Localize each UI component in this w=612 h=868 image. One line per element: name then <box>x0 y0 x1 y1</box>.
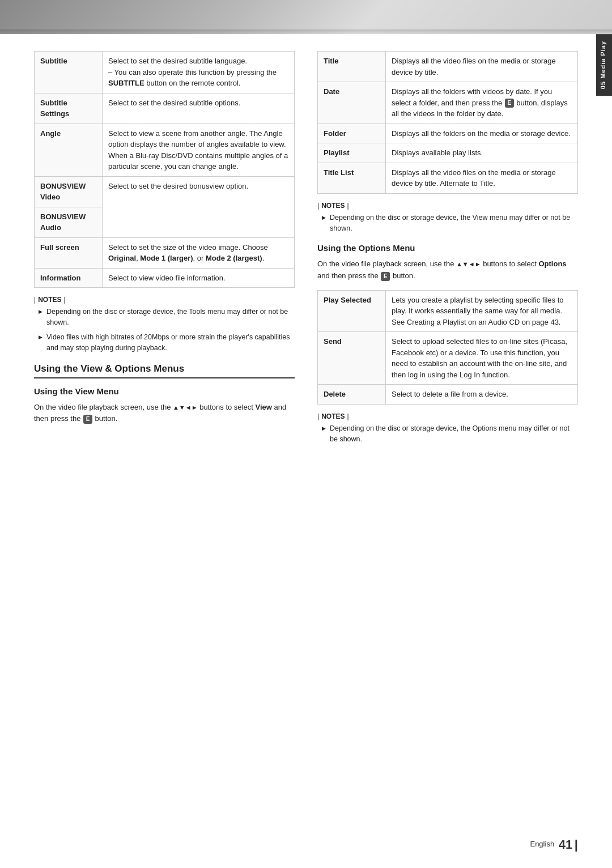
view-menu-subheading: Using the View Menu <box>34 386 295 396</box>
table-cell-label: BONUSVIEWAudio <box>35 207 103 237</box>
table-cell-content: Select to upload selected files to on-li… <box>386 332 578 385</box>
table-cell-label: Angle <box>35 124 103 176</box>
table-cell-label: Title <box>318 52 386 82</box>
table-row: Date Displays all the folders with video… <box>318 82 578 124</box>
left-column: Subtitle Select to set the desired subti… <box>34 51 295 454</box>
table-row: Full screen Select to set the size of th… <box>35 237 295 268</box>
main-two-col: Subtitle Select to set the desired subti… <box>34 51 578 454</box>
page-bar: | <box>575 837 578 852</box>
table-cell-content: Select to view a scene from another angl… <box>103 124 295 176</box>
arrow-icons: ▲▼◄► <box>173 403 198 410</box>
left-notes-box: NOTES Depending on the disc or storage d… <box>34 296 295 354</box>
table-cell-label: Delete <box>318 385 386 405</box>
view-options-heading: Using the View & Options Menus <box>34 363 295 378</box>
table-cell-label: Send <box>318 332 386 385</box>
table-cell-content: Displays all the video files on the medi… <box>386 52 578 82</box>
right-options-table: Play Selected Lets you create a playlist… <box>317 290 578 405</box>
table-cell-content: Select to set the size of the video imag… <box>103 237 295 268</box>
page-number: 41 <box>559 837 572 852</box>
table-cell-content: Select to delete a file from a device. <box>386 385 578 405</box>
table-cell-content: Select to view video file information. <box>103 268 295 288</box>
right-view-table: Title Displays all the video files on th… <box>317 51 578 194</box>
right-column: Title Displays all the video files on th… <box>317 51 578 454</box>
options-menu-body: On the video file playback screen, use t… <box>317 258 578 282</box>
right-notes-box-1: NOTES Depending on the disc or storage d… <box>317 202 578 235</box>
list-item: Video files with high bitrates of 20Mbps… <box>39 332 295 354</box>
table-cell-label: SubtitleSettings <box>35 93 103 124</box>
table-cell-label: Subtitle <box>35 52 103 93</box>
table-cell-label: Information <box>35 268 103 288</box>
table-cell-content: Lets you create a playlist by selecting … <box>386 290 578 332</box>
table-row: Title Displays all the video files on th… <box>318 52 578 82</box>
e-button-icon: E <box>505 99 514 108</box>
page-footer: English 41 | <box>530 837 578 852</box>
table-row: Angle Select to view a scene from anothe… <box>35 124 295 176</box>
arrow-icons: ▲▼◄► <box>456 261 481 267</box>
notes-header: NOTES <box>317 412 578 420</box>
table-row: SubtitleSettings Select to set the desir… <box>35 93 295 124</box>
table-row: Folder Displays all the folders on the m… <box>318 124 578 143</box>
top-decorative-bar <box>0 0 612 34</box>
table-cell-label: Full screen <box>35 237 103 268</box>
page-content: Subtitle Select to set the desired subti… <box>0 34 612 491</box>
table-cell-content: Select to set the desired bonusview opti… <box>103 176 295 237</box>
notes-list: Depending on the disc or storage device,… <box>34 307 295 354</box>
notes-list: Depending on the disc or storage device,… <box>317 423 578 445</box>
table-row: Delete Select to delete a file from a de… <box>318 385 578 405</box>
table-row: BONUSVIEWVideo Select to set the desired… <box>35 176 295 207</box>
table-cell-label: Play Selected <box>318 290 386 332</box>
table-cell-label: Playlist <box>318 143 386 163</box>
table-cell-content: Displays all the folders with videos by … <box>386 82 578 124</box>
table-cell-label: Folder <box>318 124 386 143</box>
table-cell-label: Title List <box>318 163 386 193</box>
table-cell-content: Displays available play lists. <box>386 143 578 163</box>
notes-header: NOTES <box>34 296 295 304</box>
list-item: Depending on the disc or storage device,… <box>39 307 295 329</box>
e-button-icon: E <box>381 272 390 281</box>
list-item: Depending on the disc or storage device,… <box>322 212 578 235</box>
table-cell-label: Date <box>318 82 386 124</box>
e-button-icon: E <box>83 415 92 424</box>
table-row: Play Selected Lets you create a playlist… <box>318 290 578 332</box>
notes-list: Depending on the disc or storage device,… <box>317 212 578 235</box>
table-cell-content: Displays all the folders on the media or… <box>386 124 578 143</box>
options-menu-subheading: Using the Options Menu <box>317 243 578 253</box>
table-cell-content: Select to set the desired subtitle optio… <box>103 93 295 124</box>
table-row: Information Select to view video file in… <box>35 268 295 288</box>
right-notes-box-2: NOTES Depending on the disc or storage d… <box>317 412 578 445</box>
table-row: Subtitle Select to set the desired subti… <box>35 52 295 93</box>
left-options-table: Subtitle Select to set the desired subti… <box>34 51 295 288</box>
table-cell-content: Select to set the desired subtitle langu… <box>103 52 295 93</box>
language-label: English <box>530 840 554 848</box>
notes-header: NOTES <box>317 202 578 210</box>
side-chapter-tab: 05 Media Play <box>596 34 612 96</box>
table-cell-content: Displays all the video files on the medi… <box>386 163 578 193</box>
table-cell-label: BONUSVIEWVideo <box>35 176 103 207</box>
table-row: Send Select to upload selected files to … <box>318 332 578 385</box>
view-menu-body: On the video file playback screen, use t… <box>34 402 295 426</box>
list-item: Depending on the disc or storage device,… <box>322 423 578 445</box>
table-row: Title List Displays all the video files … <box>318 163 578 193</box>
table-row: Playlist Displays available play lists. <box>318 143 578 163</box>
